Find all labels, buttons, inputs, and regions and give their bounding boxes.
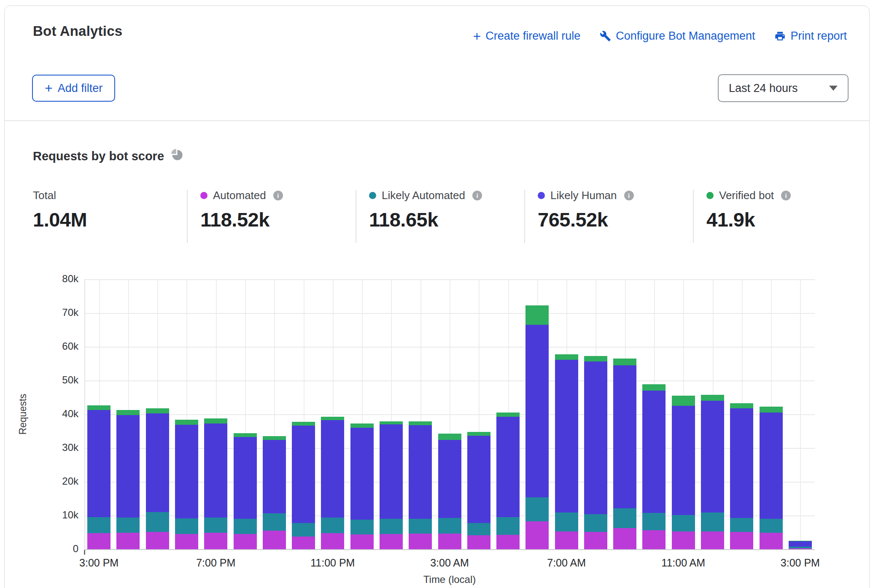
bar-segment-verified-bot[interactable] [116, 410, 140, 415]
bar-segment-likely-human[interactable] [175, 425, 198, 518]
bar-segment-likely-automated[interactable] [789, 547, 812, 548]
bar-segment-verified-bot[interactable] [409, 421, 432, 425]
bar-segment-automated[interactable] [234, 534, 257, 549]
bar-segment-automated[interactable] [730, 532, 753, 549]
bar-segment-likely-automated[interactable] [146, 512, 169, 532]
bar-segment-likely-automated[interactable] [584, 514, 607, 532]
bar-segment-likely-human[interactable] [438, 440, 461, 518]
bar-segment-automated[interactable] [263, 531, 286, 549]
bar-segment-likely-automated[interactable] [496, 517, 520, 535]
bar-segment-automated[interactable] [613, 528, 636, 549]
bar-segment-verified-bot[interactable] [380, 421, 403, 424]
bar-segment-automated[interactable] [760, 533, 783, 549]
bar-segment-likely-human[interactable] [496, 417, 520, 517]
bar-segment-likely-human[interactable] [409, 425, 432, 519]
bar-segment-verified-bot[interactable] [789, 541, 812, 541]
bar-segment-likely-human[interactable] [380, 424, 403, 519]
bar-segment-likely-human[interactable] [204, 423, 227, 518]
bar-segment-automated[interactable] [467, 535, 490, 549]
bar-segment-likely-human[interactable] [350, 428, 374, 520]
bar-segment-likely-human[interactable] [730, 408, 753, 518]
bar-segment-likely-automated[interactable] [642, 513, 666, 530]
bar-segment-likely-automated[interactable] [525, 497, 549, 521]
bar-segment-verified-bot[interactable] [555, 354, 578, 360]
bar-segment-verified-bot[interactable] [525, 305, 549, 325]
bar-segment-verified-bot[interactable] [146, 408, 169, 413]
bar-segment-likely-automated[interactable] [467, 523, 490, 536]
bar-segment-verified-bot[interactable] [496, 413, 520, 417]
bar-segment-automated[interactable] [116, 533, 140, 549]
bar-segment-likely-human[interactable] [555, 360, 578, 512]
bar-segment-likely-automated[interactable] [438, 518, 461, 534]
bar-segment-verified-bot[interactable] [701, 395, 724, 401]
bar-segment-verified-bot[interactable] [438, 434, 461, 440]
bar-segment-verified-bot[interactable] [87, 405, 110, 410]
bar-segment-automated[interactable] [321, 533, 344, 549]
bar-segment-likely-human[interactable] [760, 413, 783, 519]
bar-segment-likely-automated[interactable] [175, 518, 198, 534]
bar-segment-likely-human[interactable] [467, 436, 490, 523]
bar-segment-likely-automated[interactable] [672, 515, 695, 531]
bar-segment-verified-bot[interactable] [672, 396, 695, 406]
bar-segment-verified-bot[interactable] [263, 436, 286, 440]
bar-segment-automated[interactable] [642, 530, 666, 549]
bar-segment-likely-human[interactable] [146, 413, 169, 512]
bar-segment-automated[interactable] [701, 531, 724, 549]
bar-segment-automated[interactable] [350, 534, 374, 549]
bar-segment-likely-automated[interactable] [116, 518, 140, 533]
bar-segment-verified-bot[interactable] [234, 433, 257, 437]
bar-segment-verified-bot[interactable] [321, 417, 344, 420]
bar-segment-verified-bot[interactable] [204, 418, 227, 423]
bar-segment-verified-bot[interactable] [613, 359, 636, 365]
bar-segment-likely-human[interactable] [642, 391, 666, 513]
bar-segment-likely-human[interactable] [87, 410, 110, 517]
bar-segment-likely-automated[interactable] [263, 513, 286, 531]
bar-segment-likely-automated[interactable] [87, 517, 110, 533]
bar-segment-likely-automated[interactable] [613, 508, 636, 528]
bar-segment-likely-automated[interactable] [730, 518, 753, 532]
bar-segment-verified-bot[interactable] [467, 432, 490, 436]
bar-segment-likely-automated[interactable] [234, 519, 257, 534]
bar-segment-likely-human[interactable] [292, 426, 315, 523]
bar-segment-automated[interactable] [584, 532, 607, 549]
bar-segment-likely-automated[interactable] [204, 518, 227, 533]
bar-segment-automated[interactable] [380, 534, 403, 549]
bar-segment-likely-automated[interactable] [760, 519, 783, 533]
bar-segment-automated[interactable] [146, 532, 169, 549]
bar-segment-likely-automated[interactable] [409, 519, 432, 534]
bar-segment-likely-human[interactable] [525, 325, 549, 497]
bar-segment-likely-automated[interactable] [321, 518, 344, 534]
bar-segment-likely-automated[interactable] [350, 520, 374, 534]
bar-segment-automated[interactable] [175, 534, 198, 549]
bar-segment-automated[interactable] [672, 531, 695, 549]
bar-segment-verified-bot[interactable] [584, 356, 607, 362]
bar-segment-likely-human[interactable] [701, 401, 724, 512]
bar-segment-likely-human[interactable] [321, 420, 344, 517]
bar-segment-likely-human[interactable] [234, 437, 257, 519]
bar-segment-likely-human[interactable] [584, 361, 607, 514]
bar-segment-automated[interactable] [409, 534, 432, 549]
bar-segment-verified-bot[interactable] [760, 407, 783, 413]
bar-segment-verified-bot[interactable] [642, 384, 666, 391]
bar-segment-verified-bot[interactable] [292, 422, 315, 426]
bar-segment-likely-human[interactable] [263, 440, 286, 513]
bar-segment-verified-bot[interactable] [730, 403, 753, 409]
bar-segment-likely-automated[interactable] [555, 512, 578, 531]
bar-segment-likely-automated[interactable] [701, 512, 724, 532]
bar-segment-automated[interactable] [204, 533, 227, 549]
bar-segment-likely-human[interactable] [116, 415, 140, 518]
bar-segment-likely-human[interactable] [613, 365, 636, 508]
bar-segment-automated[interactable] [292, 537, 315, 549]
bar-segment-automated[interactable] [496, 535, 520, 549]
bar-segment-verified-bot[interactable] [350, 423, 374, 428]
bar-segment-verified-bot[interactable] [175, 420, 198, 425]
bar-segment-automated[interactable] [87, 533, 110, 549]
bar-segment-likely-human[interactable] [789, 541, 812, 547]
bar-segment-likely-human[interactable] [672, 406, 695, 515]
bar-segment-automated[interactable] [555, 531, 578, 549]
bar-segment-automated[interactable] [438, 534, 461, 549]
bar-segment-likely-automated[interactable] [380, 519, 403, 534]
bar-segment-automated[interactable] [525, 521, 549, 549]
bar-segment-likely-automated[interactable] [292, 523, 315, 537]
bar-segment-automated[interactable] [789, 548, 812, 549]
